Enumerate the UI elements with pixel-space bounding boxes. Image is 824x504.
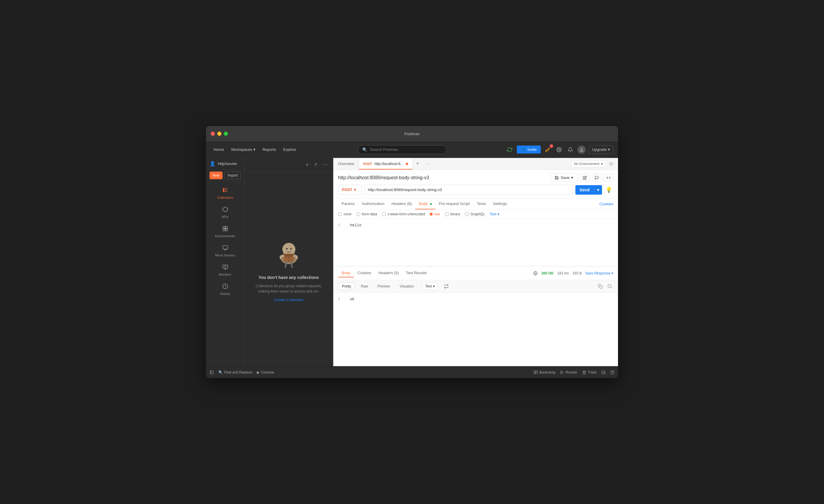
trash-button[interactable]: Trash: [582, 370, 597, 374]
code-icon[interactable]: [604, 174, 613, 181]
monitors-icon: [222, 264, 228, 271]
bootcamp-button[interactable]: Bootcamp: [534, 370, 555, 374]
search-response-icon[interactable]: [606, 283, 613, 290]
layout-toggle-button[interactable]: [601, 370, 606, 374]
sidebar-actions: New Import ···: [206, 170, 244, 181]
nav-explore[interactable]: Explore: [280, 145, 299, 153]
resp-tab-test-results[interactable]: Test Results: [402, 269, 430, 277]
format-raw[interactable]: Raw: [357, 283, 372, 290]
sidebar-item-apis[interactable]: APIs: [208, 204, 242, 222]
monitors-label: Monitors: [219, 273, 231, 276]
add-tab-button[interactable]: +: [413, 161, 423, 167]
tab-settings[interactable]: Settings: [490, 199, 511, 210]
tab-headers[interactable]: Headers (8): [388, 199, 416, 210]
lightbulb-icon[interactable]: 💡: [604, 185, 613, 194]
mock-servers-label: Mock Servers: [215, 253, 235, 257]
resp-tab-headers[interactable]: Headers (5): [375, 269, 403, 277]
nav-workspaces[interactable]: Workspaces ▾: [228, 145, 259, 153]
apis-icon: [222, 207, 228, 214]
send-dropdown-icon[interactable]: ▾: [594, 187, 602, 192]
resp-tab-cookies[interactable]: Cookies: [354, 269, 375, 277]
close-button[interactable]: [211, 132, 215, 136]
find-replace-button[interactable]: 🔍 Find and Replace: [218, 370, 252, 374]
minimize-button[interactable]: [217, 132, 221, 136]
panel-more-icon[interactable]: ···: [322, 160, 329, 169]
search-input[interactable]: 🔍 Search Postman: [358, 145, 447, 154]
sidebar-item-history[interactable]: History: [208, 280, 242, 298]
code-editor[interactable]: 1 hello: [333, 219, 618, 266]
search-bar: 🔍 Search Postman: [302, 145, 503, 154]
console-button[interactable]: ▶ Console: [257, 370, 274, 374]
import-button[interactable]: Import: [224, 171, 241, 179]
body-type-none[interactable]: none: [338, 212, 351, 216]
add-collection-icon[interactable]: [304, 161, 310, 168]
statusbar-right: Bootcamp Runner Trash: [279, 370, 614, 374]
sidebar-item-monitors[interactable]: Monitors: [208, 261, 242, 279]
maximize-button[interactable]: [224, 132, 228, 136]
tab-params[interactable]: Params: [338, 199, 358, 210]
body-type-raw[interactable]: raw: [430, 212, 440, 216]
create-collection-link[interactable]: Create Collection: [274, 297, 304, 302]
request-tabs: Params Authorization Headers (8) Body Pr…: [333, 199, 618, 210]
edit-icon[interactable]: [580, 174, 590, 181]
text-format-selector[interactable]: Text ▾: [490, 212, 499, 216]
upgrade-button[interactable]: Upgrade ▾: [589, 145, 613, 154]
environment-selector[interactable]: No Environment ▾: [571, 160, 606, 167]
bell-icon[interactable]: [566, 145, 575, 154]
svg-rect-13: [223, 246, 228, 249]
nav-reports[interactable]: Reports: [260, 145, 279, 153]
response-status: 200 OK 183 ms 165 B Save Response ▾: [533, 271, 613, 276]
save-response-button[interactable]: Save Response ▾: [585, 271, 613, 275]
environments-icon: [222, 226, 228, 233]
tab-overview[interactable]: Overview: [333, 158, 359, 169]
resp-tab-body[interactable]: Body: [338, 269, 354, 277]
more-tabs-button[interactable]: ···: [423, 161, 434, 166]
new-button[interactable]: New: [210, 171, 223, 179]
tab-pre-request-script[interactable]: Pre-request Script: [435, 199, 474, 210]
sort-icon[interactable]: [313, 161, 319, 168]
copy-icon[interactable]: [597, 283, 604, 290]
help-icon[interactable]: [610, 370, 614, 374]
body-type-graphql[interactable]: GraphQL: [465, 212, 485, 216]
save-button[interactable]: Save ▾: [550, 173, 578, 182]
upgrade-label: Upgrade: [592, 147, 607, 152]
eye-icon[interactable]: [608, 161, 614, 167]
runner-button[interactable]: Runner: [560, 370, 577, 374]
chevron-down-icon: ▾: [612, 271, 613, 275]
format-pretty[interactable]: Pretty: [338, 282, 355, 290]
invite-button[interactable]: 👤 Invite: [517, 145, 541, 153]
body-type-row: none form-data x-www-form-urlencoded raw: [333, 210, 618, 219]
empty-illustration: [271, 236, 307, 271]
response-toolbar: Pretty Raw Preview Visualize Text ▾: [333, 280, 618, 293]
rocket-icon[interactable]: !: [544, 145, 552, 154]
format-visualize[interactable]: Visualize: [396, 283, 417, 290]
console-label: Console: [261, 370, 274, 374]
content-panel: ···: [244, 158, 618, 366]
cookies-link[interactable]: Cookies: [599, 202, 613, 206]
resp-code-line-1: 1 ok: [338, 296, 613, 302]
sidebar-item-environments[interactable]: Environments: [208, 223, 242, 241]
sidebar-item-collections[interactable]: Collections: [208, 184, 242, 202]
mock-servers-icon: [222, 245, 228, 252]
body-type-binary[interactable]: binary: [445, 212, 460, 216]
method-selector[interactable]: POST ▾: [338, 185, 362, 195]
avatar[interactable]: [578, 145, 586, 154]
resp-text-selector[interactable]: Text ▾: [422, 282, 438, 290]
comment-icon[interactable]: [592, 174, 601, 181]
body-type-form-data[interactable]: form-data: [356, 212, 377, 216]
tab-tests[interactable]: Tests: [473, 199, 489, 210]
sidebar-item-mock-servers[interactable]: Mock Servers: [208, 242, 242, 260]
body-type-urlencoded[interactable]: x-www-form-urlencoded: [382, 212, 425, 216]
url-input[interactable]: [364, 185, 573, 195]
send-button[interactable]: Send ▾: [576, 185, 602, 195]
toggle-sidebar-button[interactable]: [210, 370, 214, 374]
response-tabs: Body Cookies Headers (5) Test Results: [338, 269, 430, 277]
tab-body[interactable]: Body: [415, 199, 435, 210]
sync-icon[interactable]: [506, 145, 514, 154]
tab-authorization[interactable]: Authorization: [358, 199, 388, 210]
format-preview[interactable]: Preview: [374, 283, 394, 290]
wrap-lines-icon[interactable]: [440, 282, 452, 290]
nav-home[interactable]: Home: [211, 145, 227, 153]
tab-active-request[interactable]: POST http://localhost:8...: [359, 158, 412, 169]
settings-icon[interactable]: [555, 145, 563, 154]
